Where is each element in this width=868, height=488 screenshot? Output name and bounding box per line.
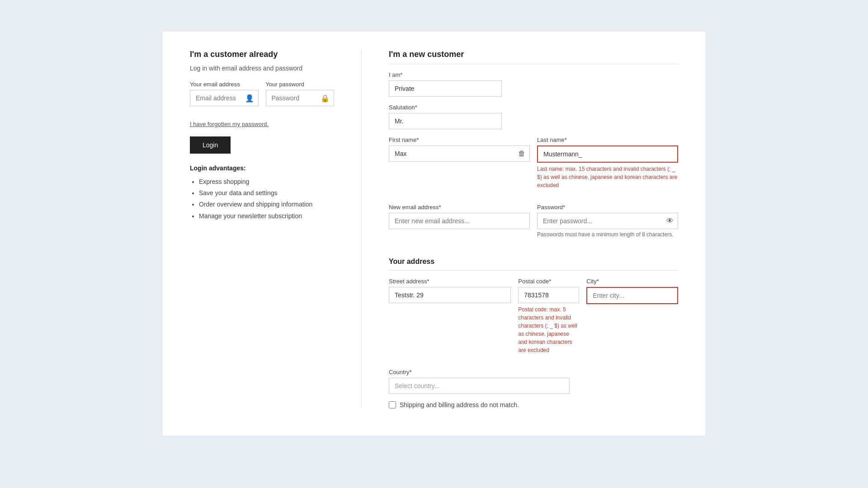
street-group: Street address* bbox=[389, 278, 511, 354]
advantages-title: Login advantages: bbox=[190, 164, 334, 172]
street-input[interactable] bbox=[389, 287, 511, 303]
advantage-item: Manage your newsletter subscription bbox=[199, 211, 334, 222]
forgot-password-text: I have forgotten my password. bbox=[190, 121, 334, 127]
iam-label: I am* bbox=[389, 71, 678, 78]
advantage-item: Save your data and settings bbox=[199, 188, 334, 199]
advantages-list: Express shopping Save your data and sett… bbox=[190, 176, 334, 222]
shipping-billing-checkbox[interactable] bbox=[389, 401, 396, 408]
name-row: First name* 🗑 Last name* Last name: max.… bbox=[389, 136, 678, 197]
new-password-input[interactable] bbox=[537, 213, 678, 229]
last-name-label: Last name* bbox=[537, 136, 678, 143]
new-email-input[interactable] bbox=[389, 213, 530, 229]
postal-input[interactable] bbox=[518, 287, 579, 303]
last-name-input[interactable] bbox=[537, 145, 678, 163]
email-password-row: New email address* Password* 👁 Passwords… bbox=[389, 204, 678, 245]
first-name-clear-icon[interactable]: 🗑 bbox=[518, 150, 525, 158]
forgot-password-link[interactable]: I have forgotten my password. bbox=[190, 121, 269, 127]
city-input[interactable] bbox=[586, 287, 678, 304]
new-email-label: New email address* bbox=[389, 204, 530, 211]
email-group: Your email address 👤 bbox=[190, 81, 259, 106]
city-group: City* bbox=[586, 278, 678, 354]
email-input-wrapper: 👤 bbox=[190, 90, 259, 106]
address-section-title: Your address bbox=[389, 258, 678, 271]
postal-group: Postal code* Postal code: max. 5 charact… bbox=[518, 278, 579, 354]
country-label: Country* bbox=[389, 369, 570, 375]
salutation-label: Salutation* bbox=[389, 104, 678, 111]
new-password-group: Password* 👁 Passwords must have a minimu… bbox=[537, 204, 678, 238]
iam-select[interactable]: Private Business bbox=[389, 80, 502, 97]
postal-label: Postal code* bbox=[518, 278, 579, 285]
right-heading: I'm a new customer bbox=[389, 50, 678, 64]
street-label: Street address* bbox=[389, 278, 511, 285]
email-icon: 👤 bbox=[245, 94, 254, 103]
left-panel: I'm a customer already Log in with email… bbox=[190, 50, 362, 408]
password-group: Your password 🔒 bbox=[266, 81, 335, 106]
postal-error: Postal code: max. 5 characters and inval… bbox=[518, 305, 579, 354]
show-password-icon[interactable]: 👁 bbox=[666, 217, 674, 225]
login-button[interactable]: Login bbox=[190, 136, 231, 154]
right-panel: I'm a new customer I am* Private Busines… bbox=[389, 50, 678, 408]
salutation-group: Salutation* Mr. Ms. bbox=[389, 104, 678, 129]
password-hint: Passwords must have a minimum length of … bbox=[537, 231, 678, 238]
iam-group: I am* Private Business bbox=[389, 71, 678, 97]
password-icon: 🔒 bbox=[321, 94, 330, 103]
first-name-group: First name* 🗑 bbox=[389, 136, 530, 189]
shipping-billing-row: Shipping and billing address do not matc… bbox=[389, 401, 678, 408]
last-name-error: Last name: max. 15 characters and invali… bbox=[537, 165, 678, 189]
new-password-label: Password* bbox=[537, 204, 678, 211]
left-heading: I'm a customer already bbox=[190, 50, 334, 59]
first-name-input[interactable] bbox=[389, 145, 530, 162]
shipping-billing-label: Shipping and billing address do not matc… bbox=[400, 401, 519, 408]
password-input-wrapper: 🔒 bbox=[266, 90, 335, 106]
country-select[interactable]: Select country... Germany Austria Switze… bbox=[389, 378, 570, 394]
advantage-item: Express shopping bbox=[199, 176, 334, 188]
first-name-input-wrapper: 🗑 bbox=[389, 145, 530, 162]
email-label: Your email address bbox=[190, 81, 259, 88]
left-subtitle: Log in with email address and password bbox=[190, 65, 334, 72]
password-label: Your password bbox=[266, 81, 335, 88]
address-row: Street address* Postal code* Postal code… bbox=[389, 278, 678, 361]
last-name-group: Last name* Last name: max. 15 characters… bbox=[537, 136, 678, 189]
first-name-label: First name* bbox=[389, 136, 530, 143]
country-group: Country* Select country... Germany Austr… bbox=[389, 369, 570, 394]
advantage-item: Order overview and shipping information bbox=[199, 199, 334, 210]
new-password-input-wrapper: 👁 bbox=[537, 213, 678, 229]
salutation-select[interactable]: Mr. Ms. bbox=[389, 113, 502, 129]
new-email-group: New email address* bbox=[389, 204, 530, 238]
city-label: City* bbox=[586, 278, 678, 285]
main-container: I'm a customer already Log in with email… bbox=[163, 32, 705, 436]
